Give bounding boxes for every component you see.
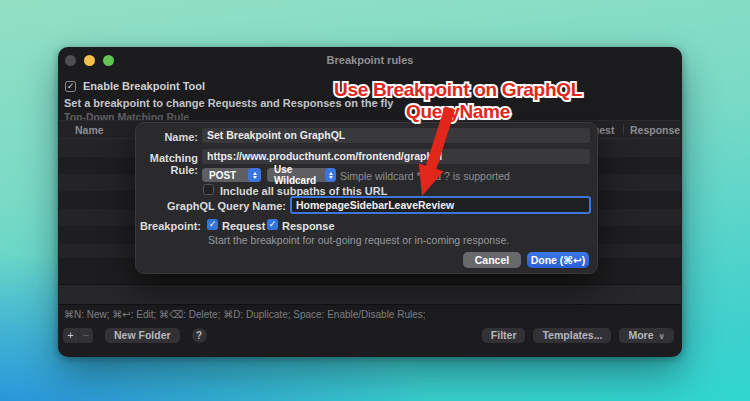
wildcard-hint: Simple wildcard * and ? is supported <box>340 170 510 182</box>
response-checkbox-label: Response <box>282 220 335 232</box>
window-titlebar[interactable]: Breakpoint rules <box>58 47 682 73</box>
request-checkbox[interactable]: ✓ <box>207 219 218 230</box>
footer-right-group: Filter Templates... More∨ <box>482 328 674 343</box>
matching-rule-field[interactable]: https://www.producthunt.com/frontend/gra… <box>202 149 590 164</box>
response-checkbox[interactable]: ✓ <box>267 219 278 230</box>
breakpoint-hint: Start the breakpoint for out-going reque… <box>208 234 509 246</box>
window-title: Breakpoint rules <box>58 54 682 66</box>
more-button[interactable]: More∨ <box>619 328 674 343</box>
name-label: Name: <box>136 131 198 143</box>
graphql-query-name-input[interactable]: HomepageSidebarLeaveReview <box>290 196 591 214</box>
request-checkbox-label: Request <box>222 220 265 232</box>
wildcard-mode-value: Use Wildcard <box>274 164 325 186</box>
graphql-query-name-label: GraphQL Query Name: <box>136 200 286 212</box>
check-icon: ✓ <box>209 219 217 229</box>
popup-stepper-icon <box>325 168 336 182</box>
shortcuts-hint: ⌘N: New; ⌘↩: Edit; ⌘⌫: Delete; ⌘D: Dupli… <box>64 309 426 320</box>
desktop-background: Breakpoint rules ✓ Enable Breakpoint Too… <box>0 0 750 401</box>
enable-breakpoint-row: ✓ Enable Breakpoint Tool <box>65 80 205 92</box>
cancel-button[interactable]: Cancel <box>463 252 521 268</box>
breakpoint-edit-dialog: Name: Set Breakpoint on GraphQL Matching… <box>135 122 598 274</box>
column-header-response[interactable]: Response <box>630 124 680 136</box>
check-icon: ✓ <box>269 219 277 229</box>
http-method-value: POST <box>209 170 236 181</box>
add-remove-segment: + − <box>63 328 93 343</box>
remove-rule-button[interactable]: − <box>78 328 93 343</box>
name-field[interactable]: Set Breakpoint on GraphQL <box>202 128 590 143</box>
table-bottom-band <box>59 284 681 305</box>
filter-button[interactable]: Filter <box>482 328 526 343</box>
more-button-label: More <box>628 329 653 341</box>
http-method-dropdown[interactable]: POST <box>202 168 261 182</box>
new-folder-button[interactable]: New Folder <box>105 328 180 343</box>
column-separator <box>623 124 624 135</box>
window-subtitle: Set a breakpoint to change Requests and … <box>64 97 393 109</box>
window-footer: + − New Folder ? Filter Templates... Mor… <box>63 327 674 343</box>
include-subpaths-checkbox[interactable] <box>203 184 214 195</box>
chevron-down-icon: ∨ <box>659 332 666 341</box>
check-icon: ✓ <box>67 81 75 91</box>
enable-breakpoint-checkbox[interactable]: ✓ <box>65 81 76 92</box>
popup-stepper-icon <box>248 168 261 182</box>
done-button[interactable]: Done (⌘↩) <box>527 252 589 268</box>
breakpoint-label: Breakpoint: <box>136 220 201 232</box>
help-button[interactable]: ? <box>192 328 207 343</box>
templates-button[interactable]: Templates... <box>533 328 611 343</box>
wildcard-mode-dropdown[interactable]: Use Wildcard <box>267 168 336 182</box>
enable-breakpoint-label: Enable Breakpoint Tool <box>83 80 205 92</box>
matching-rule-label: Matching Rule: <box>136 152 198 176</box>
add-rule-button[interactable]: + <box>63 328 78 343</box>
column-header-name[interactable]: Name <box>75 124 104 136</box>
